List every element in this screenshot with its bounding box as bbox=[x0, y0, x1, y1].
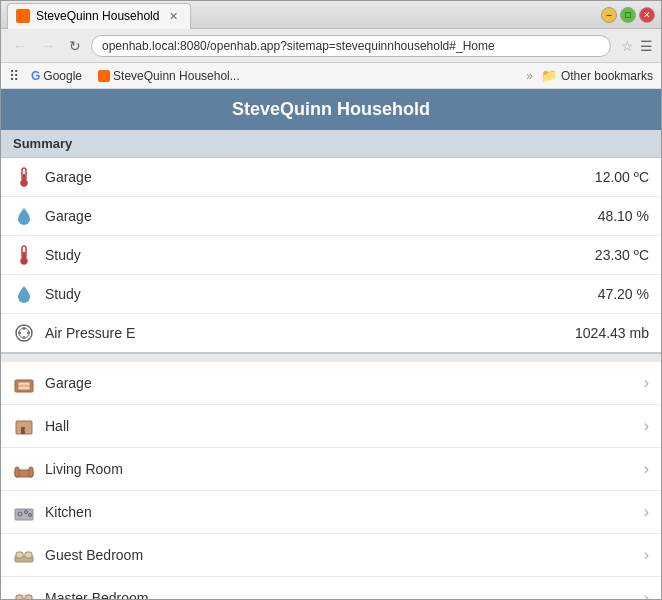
svg-rect-30 bbox=[25, 595, 32, 599]
bookmark-star-icon[interactable]: ☆ bbox=[621, 38, 634, 54]
garage-humidity-value: 48.10 % bbox=[598, 208, 649, 224]
folder-icon: 📁 bbox=[541, 68, 557, 83]
summary-table: Garage 12.00 ºC Garage 48.10 % bbox=[1, 158, 661, 354]
url-input[interactable]: openhab.local:8080/openhab.app?sitemap=s… bbox=[91, 35, 611, 57]
hall-nav-icon bbox=[13, 415, 35, 437]
humidity-icon-garage bbox=[13, 205, 35, 227]
nav-list: Garage › Hall › bbox=[1, 362, 661, 599]
study-humidity-value: 47.20 % bbox=[598, 286, 649, 302]
airpressure-label: Air Pressure E bbox=[45, 325, 565, 341]
maximize-button[interactable]: □ bbox=[620, 7, 636, 23]
page-header: SteveQuinn Household bbox=[1, 89, 661, 130]
openhab-icon bbox=[98, 70, 110, 82]
study-temp-label: Study bbox=[45, 247, 585, 263]
bookmark-apps[interactable]: G Google bbox=[27, 67, 86, 85]
svg-point-2 bbox=[21, 180, 28, 187]
nav-row-hall[interactable]: Hall › bbox=[1, 405, 661, 448]
page-content: SteveQuinn Household Summary Garage 12.0… bbox=[1, 89, 661, 599]
garage-nav-icon bbox=[13, 372, 35, 394]
guestbedroom-nav-label: Guest Bedroom bbox=[45, 547, 634, 563]
svg-rect-1 bbox=[23, 174, 26, 180]
nav-row-guestbedroom[interactable]: Guest Bedroom › bbox=[1, 534, 661, 577]
airpressure-value: 1024.43 mb bbox=[575, 325, 649, 341]
menu-icon[interactable]: ☰ bbox=[640, 38, 653, 54]
summary-row-airpressure: Air Pressure E 1024.43 mb bbox=[1, 314, 661, 352]
summary-row-garage-temp: Garage 12.00 ºC bbox=[1, 158, 661, 197]
chevron-livingroom: › bbox=[644, 460, 649, 478]
svg-rect-27 bbox=[25, 552, 32, 558]
svg-rect-29 bbox=[16, 595, 23, 599]
study-humidity-label: Study bbox=[45, 286, 588, 302]
garage-temp-value: 12.00 ºC bbox=[595, 169, 649, 185]
thermometer-icon-study bbox=[13, 244, 35, 266]
livingroom-nav-label: Living Room bbox=[45, 461, 634, 477]
kitchen-nav-icon bbox=[13, 501, 35, 523]
summary-row-garage-humidity: Garage 48.10 % bbox=[1, 197, 661, 236]
study-temp-value: 23.30 ºC bbox=[595, 247, 649, 263]
svg-rect-20 bbox=[29, 467, 33, 477]
nav-row-masterbedroom[interactable]: Master Bedroom › bbox=[1, 577, 661, 599]
chevron-garage: › bbox=[644, 374, 649, 392]
title-bar: SteveQuinn Household ✕ – □ ✕ bbox=[1, 1, 661, 29]
minimize-button[interactable]: – bbox=[601, 7, 617, 23]
garage-nav-label: Garage bbox=[45, 375, 634, 391]
forward-button[interactable]: → bbox=[37, 36, 59, 56]
browser-window: SteveQuinn Household ✕ – □ ✕ ← → ↻ openh… bbox=[0, 0, 662, 600]
guestbedroom-nav-icon bbox=[13, 544, 35, 566]
thermometer-icon-garage bbox=[13, 166, 35, 188]
pressure-icon bbox=[13, 322, 35, 344]
browser-tab[interactable]: SteveQuinn Household ✕ bbox=[7, 3, 191, 29]
bookmarks-right: » 📁 Other bookmarks bbox=[526, 68, 653, 83]
chevron-masterbedroom: › bbox=[644, 589, 649, 599]
chevron-guestbedroom: › bbox=[644, 546, 649, 564]
google-g-icon: G bbox=[31, 69, 40, 83]
summary-row-study-humidity: Study 47.20 % bbox=[1, 275, 661, 314]
chevron-hall: › bbox=[644, 417, 649, 435]
garage-temp-label: Garage bbox=[45, 169, 585, 185]
livingroom-nav-icon bbox=[13, 458, 35, 480]
bookmark-stevequinn[interactable]: SteveQuinn Househol... bbox=[94, 67, 244, 85]
summary-header: Summary bbox=[1, 130, 661, 158]
back-button[interactable]: ← bbox=[9, 36, 31, 56]
refresh-button[interactable]: ↻ bbox=[65, 36, 85, 56]
nav-row-garage[interactable]: Garage › bbox=[1, 362, 661, 405]
nav-row-kitchen[interactable]: Kitchen › bbox=[1, 491, 661, 534]
bookmarks-bar: ⠿ G Google SteveQuinn Househol... » 📁 Ot… bbox=[1, 63, 661, 89]
hall-nav-label: Hall bbox=[45, 418, 634, 434]
window-controls: – □ ✕ bbox=[601, 7, 655, 23]
address-bar: ← → ↻ openhab.local:8080/openhab.app?sit… bbox=[1, 29, 661, 63]
tab-title: SteveQuinn Household bbox=[36, 9, 159, 23]
tab-favicon bbox=[16, 9, 30, 23]
svg-rect-19 bbox=[15, 467, 19, 477]
svg-rect-4 bbox=[23, 252, 26, 258]
garage-humidity-label: Garage bbox=[45, 208, 588, 224]
tab-close-button[interactable]: ✕ bbox=[169, 10, 178, 23]
apps-icon[interactable]: ⠿ bbox=[9, 68, 19, 84]
kitchen-nav-label: Kitchen bbox=[45, 504, 634, 520]
chevron-kitchen: › bbox=[644, 503, 649, 521]
page-title: SteveQuinn Household bbox=[232, 99, 430, 119]
svg-rect-26 bbox=[16, 552, 23, 558]
summary-row-study-temp: Study 23.30 ºC bbox=[1, 236, 661, 275]
masterbedroom-nav-label: Master Bedroom bbox=[45, 590, 634, 599]
svg-point-5 bbox=[21, 258, 28, 265]
other-bookmarks-button[interactable]: 📁 Other bookmarks bbox=[541, 68, 653, 83]
masterbedroom-nav-icon bbox=[13, 587, 35, 599]
nav-row-livingroom[interactable]: Living Room › bbox=[1, 448, 661, 491]
humidity-icon-study bbox=[13, 283, 35, 305]
close-button[interactable]: ✕ bbox=[639, 7, 655, 23]
svg-point-17 bbox=[24, 429, 25, 430]
